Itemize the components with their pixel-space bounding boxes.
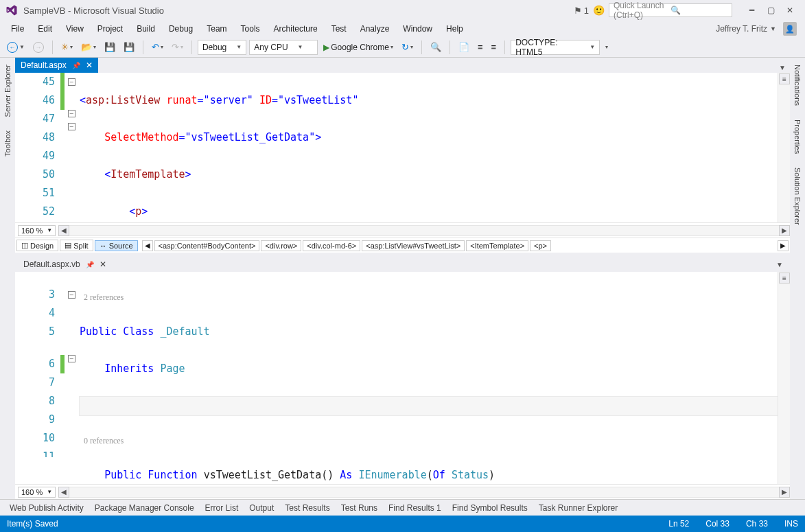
menu-window[interactable]: Window [396, 22, 439, 36]
bottom-tab[interactable]: Find Results 1 [384, 501, 445, 515]
line-gutter: 34567891011 [15, 272, 60, 484]
code-content[interactable]: 2 references Public Class _Default Inher… [78, 272, 778, 484]
pin-icon[interactable]: 📌 [86, 261, 94, 268]
menu-build[interactable]: Build [130, 22, 162, 36]
menu-project[interactable]: Project [91, 22, 130, 36]
split-handle-icon[interactable]: ≡ [779, 273, 790, 284]
menu-view[interactable]: View [59, 22, 91, 36]
avatar: 👤 [783, 22, 797, 36]
menu-analyze[interactable]: Analyze [353, 22, 397, 36]
split-handle-icon[interactable]: ≡ [779, 73, 790, 84]
breadcrumb[interactable]: <asp:ListView#vsTweetList> [362, 240, 465, 251]
menu-tools[interactable]: Tools [234, 22, 267, 36]
doc-outline-button[interactable]: 📄 [456, 40, 472, 55]
breadcrumb[interactable]: <div.col-md-6> [303, 240, 360, 251]
bottom-tab[interactable]: Task Runner Explorer [535, 501, 622, 515]
breadcrumb[interactable]: <ItemTemplate> [466, 240, 528, 251]
menu-architecture[interactable]: Architecture [267, 22, 325, 36]
doctype-dropdown[interactable]: DOCTYPE: HTML5▼ [511, 40, 600, 55]
pin-icon[interactable]: 📌 [72, 62, 80, 69]
tabs-overflow-upper[interactable]: ▼ [775, 62, 790, 73]
notification-badge[interactable]: ⚑ 1 [574, 5, 589, 16]
collapse-toggle[interactable]: − [68, 355, 75, 362]
nav-right-icon[interactable]: ▶ [778, 240, 789, 251]
tab-default-aspx[interactable]: Default.aspx 📌 ✕ [15, 58, 98, 73]
code-content[interactable]: <asp:ListView runat="server" ID="vsTweet… [78, 73, 778, 222]
outline-margin: − − [65, 272, 78, 484]
bottom-tab[interactable]: Find Symbol Results [448, 501, 532, 515]
browser-link-button[interactable]: ↻▾ [399, 40, 416, 55]
bottom-tab[interactable]: Test Runs [337, 501, 382, 515]
collapse-toggle[interactable]: − [68, 78, 75, 86]
code-editor-aspx[interactable]: 454647484950515253 − − − <asp:ListView r… [15, 73, 790, 222]
menu-test[interactable]: Test [325, 22, 353, 36]
server-explorer-tab[interactable]: Server Explorer [2, 60, 13, 121]
design-view-tab[interactable]: ◫Design [16, 240, 58, 251]
bottom-tool-tabs: Web Publish Activity Package Manager Con… [0, 499, 805, 516]
bottom-tab[interactable]: Error List [201, 501, 243, 515]
menu-edit[interactable]: Edit [31, 22, 59, 36]
tabs-overflow-lower[interactable]: ▼ [772, 259, 787, 270]
find-button[interactable]: 🔍 [428, 40, 444, 55]
bottom-tab[interactable]: Test Results [281, 501, 334, 515]
toolbox-tab[interactable]: Toolbox [2, 126, 13, 161]
vertical-scrollbar-lower[interactable]: ≡ [778, 272, 790, 484]
breadcrumb[interactable]: <p> [530, 240, 551, 251]
solution-explorer-tab[interactable]: Solution Explorer [792, 163, 803, 229]
toolbar-overflow[interactable]: ▾ [603, 40, 611, 55]
properties-tab[interactable]: Properties [792, 115, 803, 158]
menu-file[interactable]: File [4, 22, 31, 36]
feedback-icon[interactable]: 🙂 [593, 5, 605, 16]
vertical-scrollbar-upper[interactable]: ≡ [778, 73, 790, 222]
quick-launch-input[interactable]: Quick Launch (Ctrl+Q) 🔍 [609, 3, 732, 17]
status-char: Ch 33 [746, 519, 768, 529]
menu-team[interactable]: Team [200, 22, 233, 36]
zoom-dropdown-lower[interactable]: 160 %▼ [18, 487, 56, 498]
split-view-tab[interactable]: ▤Split [60, 240, 93, 251]
undo-button[interactable]: ↶▾ [149, 40, 166, 55]
notifications-tab[interactable]: Notifications [792, 60, 803, 110]
indent-left-button[interactable]: ≡ [475, 40, 486, 55]
chevron-down-icon: ▼ [770, 25, 776, 32]
nav-left-icon[interactable]: ◀ [142, 240, 153, 251]
designer-view-tabs: ◫Design ▤Split ↔Source ◀ <asp:Content#Bo… [15, 238, 790, 253]
menu-help[interactable]: Help [439, 22, 470, 36]
codelens-references[interactable]: 0 references [80, 434, 778, 448]
save-button[interactable]: 💾 [102, 40, 118, 55]
indent-right-button[interactable]: ≡ [489, 40, 500, 55]
bottom-tab[interactable]: Web Publish Activity [5, 501, 88, 515]
source-view-tab[interactable]: ↔Source [95, 240, 138, 251]
close-tab-icon[interactable]: ✕ [100, 259, 106, 269]
platform-dropdown[interactable]: Any CPU▼ [249, 40, 318, 55]
bottom-tab[interactable]: Output [245, 501, 278, 515]
status-message: Item(s) Saved [7, 519, 668, 529]
tab-default-aspx-vb[interactable]: Default.aspx.vb 📌 ✕ [18, 257, 112, 271]
maximize-button[interactable]: ▢ [761, 3, 780, 17]
breadcrumb[interactable]: <asp:Content#BodyContent> [154, 240, 260, 251]
start-button[interactable]: ▶Google Chrome▾ [320, 40, 396, 55]
bottom-tab[interactable]: Package Manager Console [91, 501, 198, 515]
new-project-button[interactable]: ✳▾ [58, 40, 75, 55]
status-line: Ln 52 [668, 519, 689, 529]
open-file-button[interactable]: 📂▾ [78, 40, 99, 55]
title-bar: SampleVB - Microsoft Visual Studio ⚑ 1 🙂… [0, 0, 805, 21]
nav-back-button[interactable]: ←▼ [4, 40, 27, 55]
signed-in-user[interactable]: Jeffrey T. Fritz ▼ 👤 [716, 22, 801, 36]
redo-button[interactable]: ↷▾ [169, 40, 186, 55]
codelens-references[interactable]: 2 references [80, 290, 778, 304]
close-tab-icon[interactable]: ✕ [86, 60, 93, 70]
zoom-dropdown-upper[interactable]: 160 %▼ [18, 225, 56, 236]
save-all-button[interactable]: 💾 [121, 40, 137, 55]
horizontal-scrollbar-upper[interactable]: ◀▶ [58, 225, 790, 236]
close-button[interactable]: ✕ [780, 3, 800, 17]
nav-forward-button[interactable]: → [30, 40, 47, 55]
collapse-toggle[interactable]: − [68, 110, 75, 117]
collapse-toggle[interactable]: − [68, 123, 75, 130]
code-editor-vb[interactable]: 34567891011 − − 2 references Public Clas… [15, 272, 790, 484]
minimize-button[interactable]: ━ [742, 3, 761, 17]
horizontal-scrollbar-lower[interactable]: ◀▶ [58, 487, 790, 498]
menu-debug[interactable]: Debug [162, 22, 200, 36]
config-dropdown[interactable]: Debug▼ [198, 40, 246, 55]
collapse-toggle[interactable]: − [68, 291, 75, 299]
breadcrumb[interactable]: <div.row> [261, 240, 301, 251]
